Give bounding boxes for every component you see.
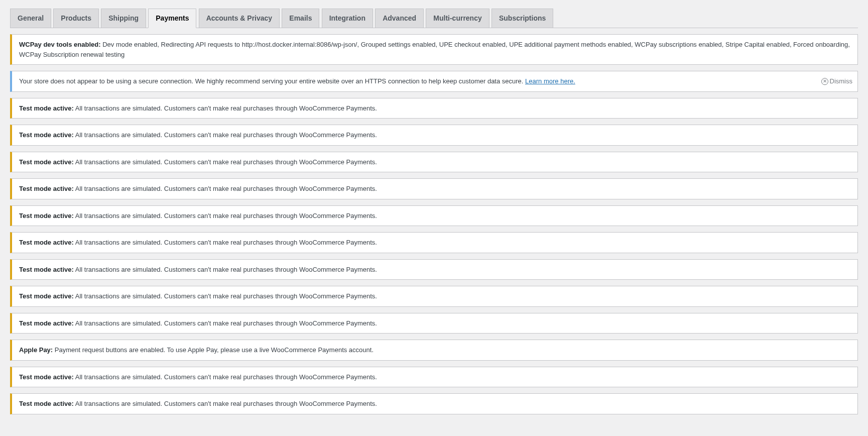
tab-payments[interactable]: Payments — [148, 9, 196, 28]
tab-integration[interactable]: Integration — [322, 9, 373, 28]
admin-notice: Apple Pay: Payment request buttons are e… — [10, 340, 858, 361]
tab-multi-currency[interactable]: Multi-currency — [426, 9, 489, 28]
tab-shipping[interactable]: Shipping — [101, 9, 146, 28]
dismiss-button[interactable]: ✕ Dismiss — [821, 76, 853, 86]
admin-notice: Test mode active: All transactions are s… — [10, 178, 858, 199]
admin-notice: Test mode active: All transactions are s… — [10, 367, 858, 388]
tab-emails[interactable]: Emails — [282, 9, 319, 28]
admin-notice: Test mode active: All transactions are s… — [10, 286, 858, 307]
notice-title: Test mode active: — [19, 212, 74, 220]
devtools-notice-title: WCPay dev tools enabled: — [19, 41, 101, 48]
notice-text: All transactions are simulated. Customer… — [75, 212, 377, 220]
notice-title: Test mode active: — [19, 292, 74, 300]
notice-text: All transactions are simulated. Customer… — [75, 266, 377, 273]
https-learn-more-link[interactable]: Learn more here. — [525, 77, 575, 85]
admin-notice: Test mode active: All transactions are s… — [10, 259, 858, 280]
notice-text: All transactions are simulated. Customer… — [75, 400, 377, 407]
notice-title: Test mode active: — [19, 104, 74, 112]
admin-notice: Test mode active: All transactions are s… — [10, 393, 858, 414]
notice-title: Test mode active: — [19, 131, 74, 139]
dismiss-icon: ✕ — [821, 78, 828, 85]
devtools-notice-text: Dev mode enabled, Redirecting API reques… — [19, 41, 850, 58]
admin-notice: Test mode active: All transactions are s… — [10, 125, 858, 146]
notice-text: All transactions are simulated. Customer… — [75, 319, 377, 327]
admin-notice: Test mode active: All transactions are s… — [10, 313, 858, 334]
notice-title: Test mode active: — [19, 185, 74, 192]
https-notice-text: Your store does not appear to be using a… — [19, 77, 525, 85]
devtools-notice: WCPay dev tools enabled: Dev mode enable… — [10, 34, 858, 65]
notice-title: Test mode active: — [19, 373, 74, 381]
admin-notice: Test mode active: All transactions are s… — [10, 152, 858, 173]
settings-tabs: GeneralProductsShippingPaymentsAccounts … — [10, 5, 858, 28]
notice-title: Test mode active: — [19, 158, 74, 166]
notice-text: All transactions are simulated. Customer… — [75, 131, 377, 139]
notice-title: Test mode active: — [19, 400, 74, 407]
tab-general[interactable]: General — [10, 9, 51, 28]
notice-text: All transactions are simulated. Customer… — [75, 185, 377, 192]
notice-text: All transactions are simulated. Customer… — [75, 239, 377, 246]
admin-notice: Test mode active: All transactions are s… — [10, 98, 858, 119]
notice-text: All transactions are simulated. Customer… — [75, 373, 377, 381]
tab-products[interactable]: Products — [53, 9, 99, 28]
notice-text: All transactions are simulated. Customer… — [75, 104, 377, 112]
tab-subscriptions[interactable]: Subscriptions — [491, 9, 553, 28]
tab-advanced[interactable]: Advanced — [375, 9, 424, 28]
notice-title: Test mode active: — [19, 239, 74, 246]
notice-title: Test mode active: — [19, 266, 74, 273]
dismiss-label: Dismiss — [830, 76, 853, 86]
notice-text: All transactions are simulated. Customer… — [75, 158, 377, 166]
admin-notice: Test mode active: All transactions are s… — [10, 205, 858, 227]
notice-title: Test mode active: — [19, 319, 74, 327]
https-notice: Your store does not appear to be using a… — [10, 71, 858, 92]
notice-text: Payment request buttons are enabled. To … — [55, 346, 374, 354]
tab-accounts-privacy[interactable]: Accounts & Privacy — [199, 9, 280, 28]
admin-notice: Test mode active: All transactions are s… — [10, 232, 858, 253]
notice-title: Apple Pay: — [19, 346, 53, 354]
notice-text: All transactions are simulated. Customer… — [75, 292, 377, 300]
